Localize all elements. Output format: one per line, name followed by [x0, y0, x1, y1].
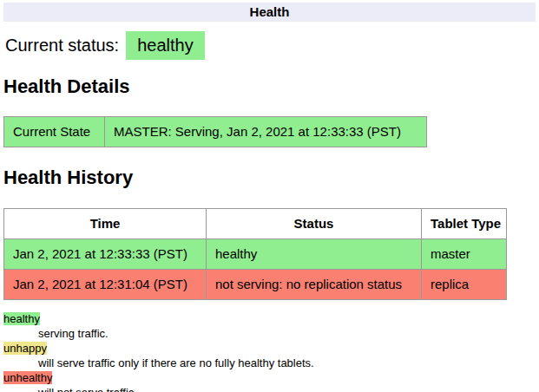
- health-history-table: Time Status Tablet Type Jan 2, 2021 at 1…: [3, 208, 507, 300]
- page-title-bar: Health: [3, 3, 536, 22]
- legend-term-unhappy-highlight: unhappy: [3, 342, 47, 355]
- status-legend: healthy serving traffic. unhappy will se…: [3, 311, 536, 392]
- history-cell-status: not serving: no replication status: [207, 270, 422, 300]
- current-status-line: Current status:healthy: [5, 31, 536, 60]
- legend-term-healthy-highlight: healthy: [3, 312, 40, 325]
- current-state-row: Current State MASTER: Serving, Jan 2, 20…: [4, 117, 427, 147]
- history-cell-time: Jan 2, 2021 at 12:31:04 (PST): [4, 270, 207, 300]
- history-row-healthy: Jan 2, 2021 at 12:33:33 (PST) healthy ma…: [4, 239, 507, 270]
- history-cell-tablet-type: replica: [422, 270, 507, 300]
- history-column-time: Time: [4, 209, 207, 239]
- page-title: Health: [250, 4, 290, 19]
- current-state-label: Current State: [4, 117, 105, 147]
- current-state-value: MASTER: Serving, Jan 2, 2021 at 12:33:33…: [105, 117, 427, 147]
- history-cell-time: Jan 2, 2021 at 12:33:33 (PST): [4, 239, 207, 270]
- health-details-table: Current State MASTER: Serving, Jan 2, 20…: [3, 116, 427, 147]
- legend-term-unhealthy: unhealthy: [3, 370, 536, 385]
- history-column-status: Status: [207, 209, 422, 239]
- legend-definition-healthy: serving traffic.: [38, 326, 536, 341]
- current-status-badge: healthy: [126, 31, 205, 60]
- history-column-tablet-type: Tablet Type: [422, 209, 507, 239]
- history-row-unhealthy: Jan 2, 2021 at 12:31:04 (PST) not servin…: [4, 270, 507, 300]
- history-cell-status: healthy: [207, 239, 422, 270]
- current-status-label: Current status:: [5, 36, 119, 55]
- legend-definition-unhappy: will serve traffic only if there are no …: [38, 356, 536, 370]
- legend-term-unhappy: unhappy: [3, 341, 536, 356]
- health-history-heading: Health History: [3, 167, 536, 189]
- history-header-row: Time Status Tablet Type: [4, 209, 507, 239]
- legend-term-unhealthy-highlight: unhealthy: [3, 371, 52, 384]
- health-details-heading: Health Details: [3, 75, 536, 98]
- legend-definition-unhealthy: will not serve traffic.: [38, 385, 536, 392]
- history-cell-tablet-type: master: [422, 239, 507, 270]
- legend-term-healthy: healthy: [3, 311, 536, 326]
